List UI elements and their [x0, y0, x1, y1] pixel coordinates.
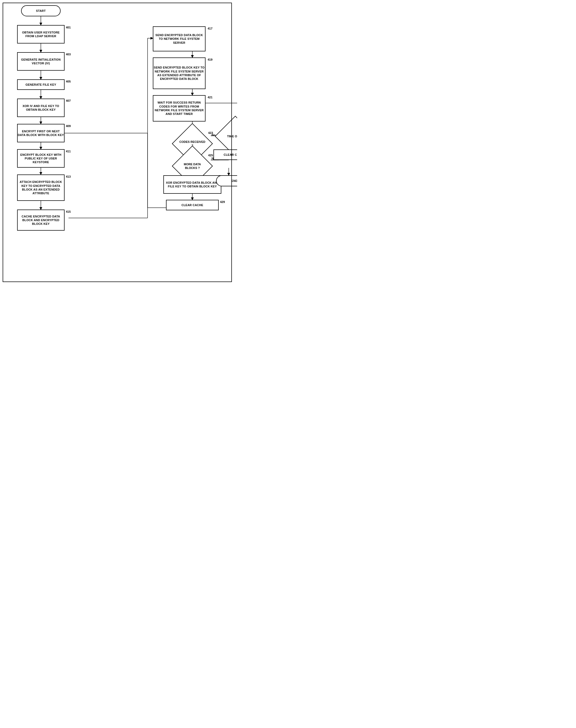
node-405: GENERATE FILE KEY: [17, 79, 64, 90]
node-419: SEND ENCRYPTED BLOCK KEY TO NETWORK FILE…: [153, 57, 205, 89]
node-417-label: SEND ENCRYPTED DATA BLOCK TO NETWORK FIL…: [153, 33, 205, 45]
node-409: ENCRYPT FIRST OR NEXT DATA BLOCK WITH BL…: [17, 124, 64, 142]
label-405: 405: [66, 80, 70, 83]
node-431-label: CLEAR CACHE: [224, 153, 237, 157]
node-415-label: CACHE ENCRYPTED DATA BLOCK AND ENCRYPTED…: [18, 215, 64, 226]
start-node: START: [21, 5, 61, 16]
node-419-label: SEND ENCRYPTED BLOCK KEY TO NETWORK FILE…: [153, 66, 205, 81]
node-431: CLEAR CACHE: [213, 149, 237, 160]
label-417: 417: [208, 27, 212, 30]
label-401: 401: [66, 26, 70, 29]
node-409-label: ENCRYPT FIRST OR NEXT DATA BLOCK WITH BL…: [18, 130, 64, 137]
node-407: XOR IV AND FILE KEY TO OBTAIN BLOCK KEY: [17, 99, 64, 117]
end-node: END: [216, 175, 237, 186]
start-label: START: [36, 9, 46, 13]
node-401-label: OBTAIN USER KEYSTORE FROM LDAP SERVER: [18, 31, 64, 38]
node-403-label: GENERATE INITIALIZATION VECTOR (IV): [18, 58, 64, 65]
node-433-label: TIME OUT ?: [227, 134, 237, 138]
node-417: SEND ENCRYPTED DATA BLOCK TO NETWORK FIL…: [153, 26, 205, 51]
label-413: 413: [66, 175, 70, 178]
node-411: ENCRYPT BLOCK KEY WITH PUBLIC KEY OF USE…: [17, 149, 64, 168]
node-421-label: WAIT FOR SUCCESS RETURN CODES FOR WRITES…: [153, 101, 205, 116]
node-405-label: GENERATE FILE KEY: [26, 83, 56, 86]
label-411: 411: [66, 150, 70, 153]
label-409: 409: [66, 124, 70, 128]
node-425-label: MORE DATA BLOCKS ?: [179, 162, 205, 170]
node-407-label: XOR IV AND FILE KEY TO OBTAIN BLOCK KEY: [18, 104, 64, 112]
node-427-label: XOR ENCRYPTED DATA BLOCK AND FILE KEY TO…: [164, 181, 221, 189]
node-429: CLEAR CACHE: [166, 200, 219, 210]
node-413-label: ATTACH ENCRYPTED BLOCK KEY TO ENCRYPTED …: [18, 180, 64, 195]
node-421: WAIT FOR SUCCESS RETURN CODES FOR WRITES…: [153, 95, 205, 121]
node-427: XOR ENCRYPTED DATA BLOCK AND FILE KEY TO…: [163, 175, 221, 194]
flowchart-diagram: START OBTAIN USER KEYSTORE FROM LDAP SER…: [0, 0, 237, 301]
node-415: CACHE ENCRYPTED DATA BLOCK AND ENCRYPTED…: [17, 209, 64, 231]
node-433: TIME OUT ?: [222, 123, 237, 149]
label-403: 403: [66, 53, 70, 56]
node-401: OBTAIN USER KEYSTORE FROM LDAP SERVER: [17, 25, 64, 44]
label-419: 419: [208, 58, 212, 61]
label-429: 429: [220, 200, 225, 203]
node-411-label: ENCRYPT BLOCK KEY WITH PUBLIC KEY OF USE…: [18, 153, 64, 164]
node-413: ATTACH ENCRYPTED BLOCK KEY TO ENCRYPTED …: [17, 174, 64, 201]
node-403: GENERATE INITIALIZATION VECTOR (IV): [17, 52, 64, 71]
label-415: 415: [66, 210, 70, 213]
end-label: END: [231, 179, 237, 183]
label-421: 421: [208, 96, 212, 99]
label-425: 425: [208, 154, 213, 157]
label-407: 407: [66, 99, 70, 102]
node-429-label: CLEAR CACHE: [181, 203, 203, 207]
